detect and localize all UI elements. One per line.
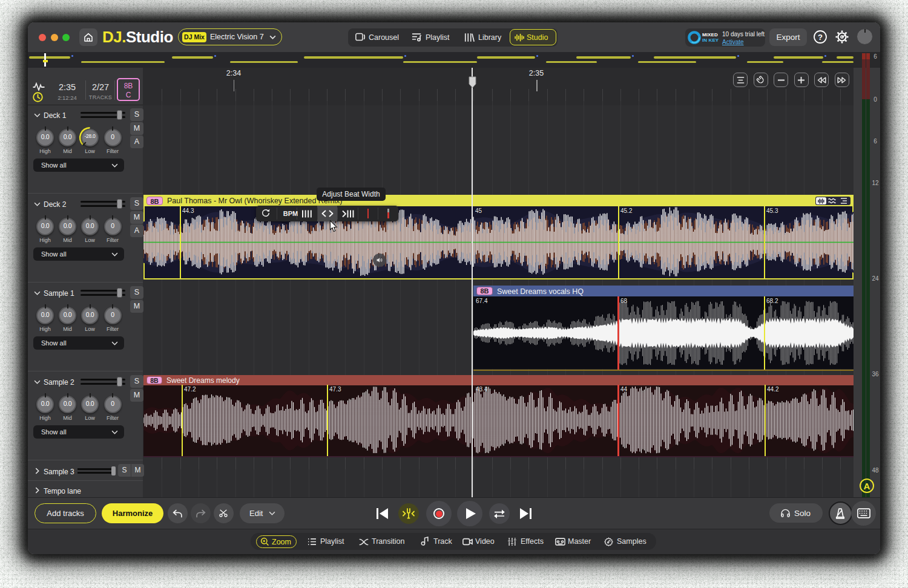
svg-text:?: ? [818,33,823,42]
